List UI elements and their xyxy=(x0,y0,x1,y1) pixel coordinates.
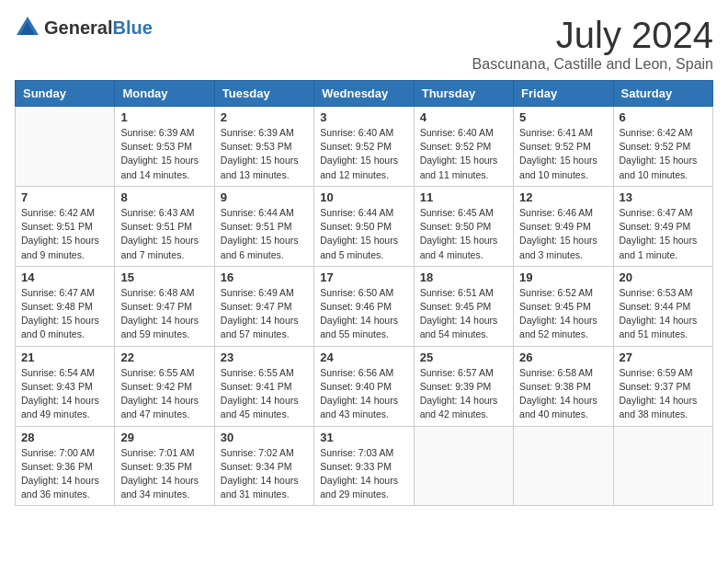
day-number: 15 xyxy=(120,270,208,284)
day-number: 16 xyxy=(221,270,308,284)
calendar-cell: 28Sunrise: 7:00 AMSunset: 9:36 PMDayligh… xyxy=(16,426,115,506)
logo-general: General xyxy=(44,17,112,38)
day-number: 21 xyxy=(21,350,108,364)
calendar-week-5: 28Sunrise: 7:00 AMSunset: 9:36 PMDayligh… xyxy=(16,426,713,506)
calendar-cell: 3Sunrise: 6:40 AMSunset: 9:52 PMDaylight… xyxy=(314,107,414,187)
calendar-week-4: 21Sunrise: 6:54 AMSunset: 9:43 PMDayligh… xyxy=(16,346,713,426)
day-info: Sunrise: 7:03 AMSunset: 9:33 PMDaylight:… xyxy=(320,446,407,502)
calendar-cell: 24Sunrise: 6:56 AMSunset: 9:40 PMDayligh… xyxy=(314,346,414,426)
calendar-cell: 21Sunrise: 6:54 AMSunset: 9:43 PMDayligh… xyxy=(16,346,115,426)
day-header-monday: Monday xyxy=(115,81,214,107)
day-number: 17 xyxy=(320,270,407,284)
day-info: Sunrise: 6:49 AMSunset: 9:47 PMDaylight:… xyxy=(221,286,308,342)
day-header-friday: Friday xyxy=(514,81,613,107)
day-header-sunday: Sunday xyxy=(16,81,115,107)
day-info: Sunrise: 6:52 AMSunset: 9:45 PMDaylight:… xyxy=(519,286,607,342)
logo-icon xyxy=(15,15,40,40)
calendar-cell: 30Sunrise: 7:02 AMSunset: 9:34 PMDayligh… xyxy=(214,426,313,506)
day-info: Sunrise: 6:53 AMSunset: 9:44 PMDaylight:… xyxy=(620,286,707,342)
day-number: 24 xyxy=(320,350,407,364)
day-number: 22 xyxy=(120,350,208,364)
calendar-table: SundayMondayTuesdayWednesdayThursdayFrid… xyxy=(15,80,713,506)
day-number: 10 xyxy=(320,190,407,204)
calendar-cell: 23Sunrise: 6:55 AMSunset: 9:41 PMDayligh… xyxy=(214,346,313,426)
calendar-cell: 25Sunrise: 6:57 AMSunset: 9:39 PMDayligh… xyxy=(414,346,513,426)
day-info: Sunrise: 6:43 AMSunset: 9:51 PMDaylight:… xyxy=(120,206,208,262)
day-info: Sunrise: 6:41 AMSunset: 9:52 PMDaylight:… xyxy=(519,126,607,182)
calendar-cell xyxy=(414,426,513,506)
calendar-cell: 7Sunrise: 6:42 AMSunset: 9:51 PMDaylight… xyxy=(16,186,115,266)
day-info: Sunrise: 6:46 AMSunset: 9:49 PMDaylight:… xyxy=(519,206,607,262)
day-header-saturday: Saturday xyxy=(613,81,712,107)
header-row: SundayMondayTuesdayWednesdayThursdayFrid… xyxy=(16,81,713,107)
header: GeneralBlue July 2024 Bascunana, Castill… xyxy=(15,15,713,73)
day-number: 8 xyxy=(120,190,208,204)
day-info: Sunrise: 6:40 AMSunset: 9:52 PMDaylight:… xyxy=(420,126,507,182)
day-number: 23 xyxy=(221,350,308,364)
day-info: Sunrise: 6:40 AMSunset: 9:52 PMDaylight:… xyxy=(320,126,407,182)
calendar-cell: 22Sunrise: 6:55 AMSunset: 9:42 PMDayligh… xyxy=(115,346,214,426)
day-info: Sunrise: 6:56 AMSunset: 9:40 PMDaylight:… xyxy=(320,366,407,422)
day-number: 19 xyxy=(519,270,607,284)
month-title: July 2024 xyxy=(472,15,713,56)
day-number: 12 xyxy=(519,190,607,204)
day-number: 18 xyxy=(420,270,507,284)
day-number: 9 xyxy=(221,190,308,204)
day-info: Sunrise: 6:54 AMSunset: 9:43 PMDaylight:… xyxy=(21,366,108,422)
day-number: 26 xyxy=(519,350,607,364)
day-number: 14 xyxy=(21,270,108,284)
calendar-cell: 29Sunrise: 7:01 AMSunset: 9:35 PMDayligh… xyxy=(115,426,214,506)
day-info: Sunrise: 7:01 AMSunset: 9:35 PMDaylight:… xyxy=(120,446,208,502)
calendar-cell: 12Sunrise: 6:46 AMSunset: 9:49 PMDayligh… xyxy=(514,186,613,266)
calendar-cell: 10Sunrise: 6:44 AMSunset: 9:50 PMDayligh… xyxy=(314,186,414,266)
day-info: Sunrise: 6:57 AMSunset: 9:39 PMDaylight:… xyxy=(420,366,507,422)
day-number: 11 xyxy=(420,190,507,204)
day-number: 30 xyxy=(221,431,308,444)
calendar-week-2: 7Sunrise: 6:42 AMSunset: 9:51 PMDaylight… xyxy=(16,186,713,266)
calendar-cell: 15Sunrise: 6:48 AMSunset: 9:47 PMDayligh… xyxy=(115,266,214,346)
calendar-cell: 18Sunrise: 6:51 AMSunset: 9:45 PMDayligh… xyxy=(414,266,513,346)
day-number: 4 xyxy=(420,110,507,124)
day-info: Sunrise: 6:59 AMSunset: 9:37 PMDaylight:… xyxy=(620,366,707,422)
calendar-cell xyxy=(514,426,613,506)
day-info: Sunrise: 6:51 AMSunset: 9:45 PMDaylight:… xyxy=(420,286,507,342)
calendar-cell: 14Sunrise: 6:47 AMSunset: 9:48 PMDayligh… xyxy=(16,266,115,346)
day-info: Sunrise: 7:02 AMSunset: 9:34 PMDaylight:… xyxy=(221,446,308,502)
calendar-cell: 26Sunrise: 6:58 AMSunset: 9:38 PMDayligh… xyxy=(514,346,613,426)
day-info: Sunrise: 6:50 AMSunset: 9:46 PMDaylight:… xyxy=(320,286,407,342)
calendar-cell: 8Sunrise: 6:43 AMSunset: 9:51 PMDaylight… xyxy=(115,186,214,266)
day-header-thursday: Thursday xyxy=(414,81,513,107)
calendar-cell: 20Sunrise: 6:53 AMSunset: 9:44 PMDayligh… xyxy=(613,266,712,346)
day-info: Sunrise: 6:58 AMSunset: 9:38 PMDaylight:… xyxy=(519,366,607,422)
calendar-week-1: 1Sunrise: 6:39 AMSunset: 9:53 PMDaylight… xyxy=(16,107,713,187)
day-number: 29 xyxy=(120,431,208,444)
day-number: 13 xyxy=(620,190,707,204)
day-info: Sunrise: 6:39 AMSunset: 9:53 PMDaylight:… xyxy=(120,126,208,182)
day-info: Sunrise: 6:48 AMSunset: 9:47 PMDaylight:… xyxy=(120,286,208,342)
day-info: Sunrise: 6:42 AMSunset: 9:52 PMDaylight:… xyxy=(620,126,707,182)
day-info: Sunrise: 6:42 AMSunset: 9:51 PMDaylight:… xyxy=(21,206,108,262)
day-number: 31 xyxy=(320,431,407,444)
day-number: 1 xyxy=(120,110,208,124)
day-number: 28 xyxy=(21,431,108,444)
day-info: Sunrise: 6:44 AMSunset: 9:50 PMDaylight:… xyxy=(320,206,407,262)
day-number: 20 xyxy=(620,270,707,284)
calendar-cell xyxy=(613,426,712,506)
calendar-cell: 27Sunrise: 6:59 AMSunset: 9:37 PMDayligh… xyxy=(613,346,712,426)
calendar-cell: 9Sunrise: 6:44 AMSunset: 9:51 PMDaylight… xyxy=(214,186,313,266)
calendar-cell: 19Sunrise: 6:52 AMSunset: 9:45 PMDayligh… xyxy=(514,266,613,346)
calendar-cell: 11Sunrise: 6:45 AMSunset: 9:50 PMDayligh… xyxy=(414,186,513,266)
day-info: Sunrise: 7:00 AMSunset: 9:36 PMDaylight:… xyxy=(21,446,108,502)
calendar-cell: 13Sunrise: 6:47 AMSunset: 9:49 PMDayligh… xyxy=(613,186,712,266)
day-header-tuesday: Tuesday xyxy=(214,81,313,107)
calendar-cell: 2Sunrise: 6:39 AMSunset: 9:53 PMDaylight… xyxy=(214,107,313,187)
day-info: Sunrise: 6:45 AMSunset: 9:50 PMDaylight:… xyxy=(420,206,507,262)
day-info: Sunrise: 6:44 AMSunset: 9:51 PMDaylight:… xyxy=(221,206,308,262)
day-number: 25 xyxy=(420,350,507,364)
title-area: July 2024 Bascunana, Castille and Leon, … xyxy=(472,15,713,73)
day-number: 5 xyxy=(519,110,607,124)
calendar-cell: 1Sunrise: 6:39 AMSunset: 9:53 PMDaylight… xyxy=(115,107,214,187)
day-info: Sunrise: 6:47 AMSunset: 9:48 PMDaylight:… xyxy=(21,286,108,342)
calendar-cell: 16Sunrise: 6:49 AMSunset: 9:47 PMDayligh… xyxy=(214,266,313,346)
calendar-cell: 6Sunrise: 6:42 AMSunset: 9:52 PMDaylight… xyxy=(613,107,712,187)
